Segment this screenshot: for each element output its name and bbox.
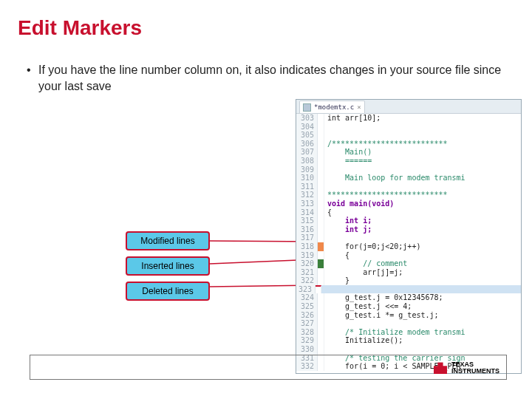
code-text: { xyxy=(324,251,349,260)
line-number: 310 xyxy=(296,174,318,183)
code-text: // comment xyxy=(324,259,407,268)
code-line: 327 xyxy=(296,319,521,328)
line-number: 313 xyxy=(296,200,318,208)
line-number: 324 xyxy=(296,293,318,302)
line-number: 329 xyxy=(296,336,318,345)
change-marker xyxy=(318,191,324,200)
line-number: 330 xyxy=(296,345,318,354)
legend: Modified lines Inserted lines Deleted li… xyxy=(126,231,210,307)
brand-logo: TEXAS INSTRUMENTS xyxy=(434,361,499,375)
code-line: 325 g_test.j <<= 4; xyxy=(296,302,521,311)
change-marker xyxy=(318,319,324,328)
change-marker xyxy=(318,148,324,157)
code-line: 315 int i; xyxy=(296,216,521,225)
legend-deleted: Deleted lines xyxy=(126,282,210,301)
line-number: 319 xyxy=(296,251,318,260)
code-text xyxy=(324,166,327,174)
close-icon[interactable]: × xyxy=(357,103,361,111)
slide-title: Edit Markers xyxy=(18,16,142,40)
line-number: 314 xyxy=(296,208,318,217)
change-marker xyxy=(318,328,324,337)
change-marker xyxy=(318,268,324,277)
change-marker xyxy=(318,140,324,149)
code-line: 305 xyxy=(296,131,521,140)
code-line: 304 xyxy=(296,123,521,132)
code-text: g_test.j = 0x12345678; xyxy=(324,293,443,302)
code-line: 326 g_test.i *= g_test.j; xyxy=(296,311,521,320)
change-marker xyxy=(318,242,324,251)
code-text xyxy=(324,183,327,191)
code-text: ====== xyxy=(324,157,372,166)
code-line: 307 Main() xyxy=(296,148,521,157)
change-marker xyxy=(318,131,324,140)
change-marker xyxy=(318,225,324,234)
line-number: 328 xyxy=(296,328,318,337)
line-number: 309 xyxy=(296,166,318,174)
line-number: 318 xyxy=(296,242,318,251)
line-number: 304 xyxy=(296,123,318,132)
code-line: 314{ xyxy=(296,208,521,217)
line-number: 315 xyxy=(296,216,318,225)
bullet-item: • If you have the line number column on,… xyxy=(27,62,510,94)
change-marker xyxy=(318,311,324,320)
code-line: 328 /* Initialize modem transmi xyxy=(296,328,521,337)
line-number: 317 xyxy=(296,233,318,242)
code-text: Main loop for modem transmi xyxy=(324,174,466,183)
line-number: 316 xyxy=(296,225,318,234)
code-text xyxy=(324,319,327,328)
change-marker xyxy=(318,302,324,311)
change-marker xyxy=(318,293,324,302)
editor-tab[interactable]: *modemtx.c × xyxy=(299,100,365,113)
change-marker xyxy=(318,276,324,285)
code-text xyxy=(321,285,521,294)
change-marker xyxy=(318,157,324,166)
code-line: 319 { xyxy=(296,251,521,260)
code-line: 318 for(j=0;j<20;j++) xyxy=(296,242,521,251)
change-marker xyxy=(318,233,324,242)
code-line: 329 Initialize(); xyxy=(296,336,521,345)
change-marker xyxy=(318,183,324,191)
code-text: /************************** xyxy=(324,140,448,149)
change-marker xyxy=(318,166,324,174)
code-line: 308 ====== xyxy=(296,157,521,166)
line-number: 321 xyxy=(296,268,318,277)
code-text: g_test.i *= g_test.j; xyxy=(324,311,439,320)
code-text: int i; xyxy=(324,216,372,225)
change-marker xyxy=(318,345,324,354)
editor-tabbar: *modemtx.c × xyxy=(296,100,521,114)
line-number: 312 xyxy=(296,191,318,200)
legend-modified: Modified lines xyxy=(126,231,210,250)
change-marker xyxy=(318,336,324,345)
code-line: 311 xyxy=(296,183,521,191)
code-text: { xyxy=(324,208,332,217)
legend-inserted: Inserted lines xyxy=(126,256,210,276)
file-icon xyxy=(303,103,311,112)
change-marker xyxy=(318,251,324,260)
line-number: 323 xyxy=(296,285,316,294)
code-text: g_test.j <<= 4; xyxy=(324,302,412,311)
code-text: for(j=0;j<20;j++) xyxy=(324,242,420,251)
tab-label: *modemtx.c xyxy=(314,103,354,111)
code-editor: *modemtx.c × 303int arr[10];304305306/**… xyxy=(296,99,522,374)
change-marker xyxy=(318,259,324,268)
code-line: 313void main(void) xyxy=(296,200,521,208)
code-line: 320 // comment xyxy=(296,259,521,268)
code-line: 322 } xyxy=(296,276,521,285)
line-number: 307 xyxy=(296,148,318,157)
line-number: 322 xyxy=(296,276,318,285)
code-text xyxy=(324,131,327,140)
code-text xyxy=(324,345,327,354)
bullet-dot-icon: • xyxy=(27,64,31,77)
code-line: 323 xyxy=(296,285,521,294)
code-line: 321 arr[j]=j; xyxy=(296,268,521,277)
change-marker xyxy=(316,285,321,294)
code-line: 303int arr[10]; xyxy=(296,114,521,123)
code-line: 312*************************** xyxy=(296,191,521,200)
code-text xyxy=(324,123,327,132)
line-number: 303 xyxy=(296,114,318,123)
line-number: 311 xyxy=(296,183,318,191)
line-number: 306 xyxy=(296,140,318,149)
change-marker xyxy=(318,123,324,132)
code-area[interactable]: 303int arr[10];304305306/***************… xyxy=(296,114,521,374)
brand-line2: INSTRUMENTS xyxy=(451,368,499,375)
